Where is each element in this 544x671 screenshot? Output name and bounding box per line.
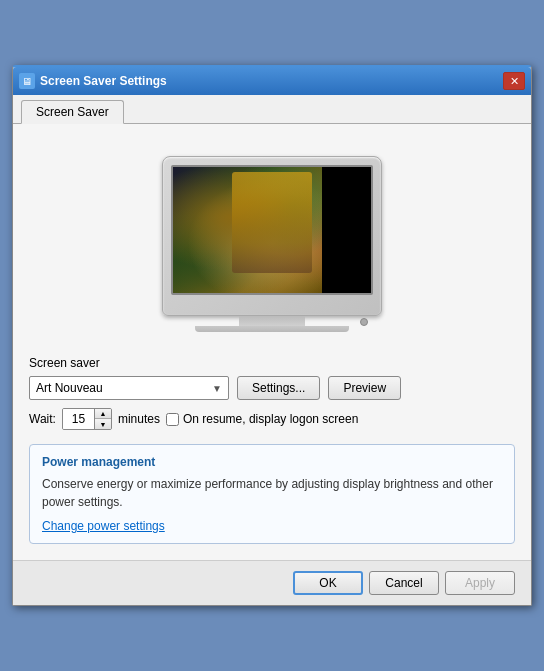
power-management-title: Power management (42, 455, 502, 469)
window-icon: 🖥 (19, 73, 35, 89)
title-bar: 🖥 Screen Saver Settings ✕ (13, 67, 531, 95)
spinbox-up-button[interactable]: ▲ (95, 409, 111, 419)
wait-input[interactable] (63, 409, 95, 429)
wait-label: Wait: (29, 412, 56, 426)
tab-screen-saver[interactable]: Screen Saver (21, 100, 124, 124)
minutes-label: minutes (118, 412, 160, 426)
screen-painting (173, 167, 371, 293)
monitor-preview-area (29, 140, 515, 356)
monitor-stand-base (195, 326, 349, 332)
settings-button[interactable]: Settings... (237, 376, 320, 400)
title-bar-left: 🖥 Screen Saver Settings (19, 73, 167, 89)
spinbox-arrows: ▲ ▼ (95, 409, 111, 429)
monitor (162, 156, 382, 332)
monitor-stand-neck (239, 316, 305, 326)
screensaver-section-label: Screen saver (29, 356, 515, 370)
power-management-section: Power management Conserve energy or maxi… (29, 444, 515, 544)
ok-button[interactable]: OK (293, 571, 363, 595)
monitor-outer (162, 156, 382, 316)
window-title: Screen Saver Settings (40, 74, 167, 88)
content-area: Screen saver Art Nouveau ▼ Settings... P… (13, 124, 531, 560)
cancel-button[interactable]: Cancel (369, 571, 439, 595)
resume-checkbox-label: On resume, display logon screen (166, 412, 358, 426)
power-management-description: Conserve energy or maximize performance … (42, 475, 502, 511)
screen-saver-controls: Screen saver Art Nouveau ▼ Settings... P… (29, 356, 515, 430)
tab-bar: Screen Saver (13, 95, 531, 124)
apply-button[interactable]: Apply (445, 571, 515, 595)
power-indicator (360, 318, 368, 326)
resume-checkbox[interactable] (166, 413, 179, 426)
wait-spinbox[interactable]: ▲ ▼ (62, 408, 112, 430)
dialog-footer: OK Cancel Apply (13, 560, 531, 605)
monitor-screen (171, 165, 373, 295)
dropdown-arrow-icon: ▼ (212, 383, 222, 394)
wait-row: Wait: ▲ ▼ minutes On resume, display log… (29, 408, 515, 430)
close-button[interactable]: ✕ (503, 72, 525, 90)
spinbox-down-button[interactable]: ▼ (95, 419, 111, 429)
screensaver-dropdown[interactable]: Art Nouveau ▼ (29, 376, 229, 400)
change-power-settings-link[interactable]: Change power settings (42, 519, 165, 533)
resume-label-text: On resume, display logon screen (183, 412, 358, 426)
screensaver-dropdown-row: Art Nouveau ▼ Settings... Preview (29, 376, 515, 400)
screensaver-dropdown-value: Art Nouveau (36, 381, 103, 395)
screen-saver-settings-dialog: 🖥 Screen Saver Settings ✕ Screen Saver (12, 65, 532, 606)
preview-button[interactable]: Preview (328, 376, 401, 400)
